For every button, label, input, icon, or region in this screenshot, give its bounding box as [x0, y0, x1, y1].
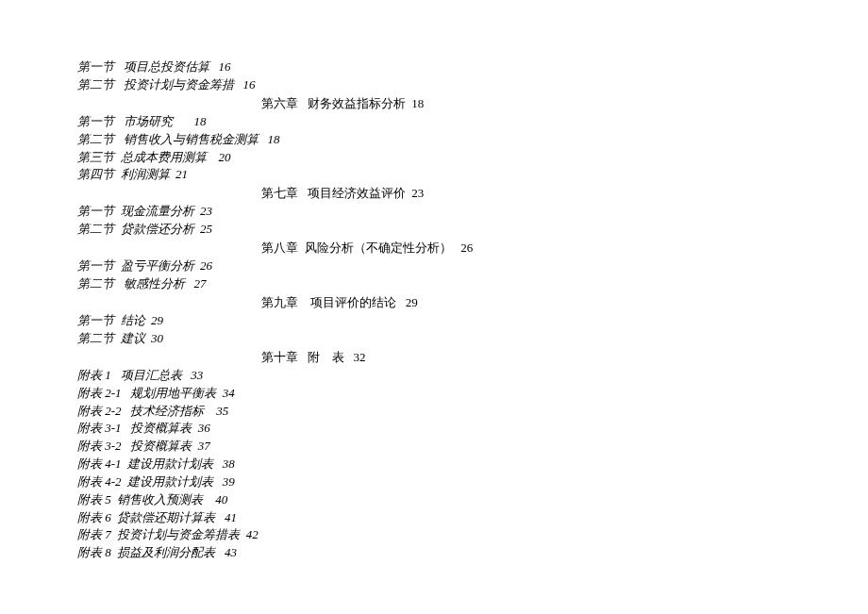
toc-section: 第一节 结论 29: [77, 312, 800, 330]
toc-chapter: 第六章 财务效益指标分析 18: [77, 94, 800, 113]
toc-section: 附表 3-2 投资概算表 37: [77, 438, 800, 456]
toc-section: 附表 3-1 投资概算表 36: [77, 420, 800, 438]
toc-section: 附表 2-1 规划用地平衡表 34: [77, 385, 800, 403]
toc-section: 附表 6 贷款偿还期计算表 41: [77, 509, 800, 527]
toc-section: 第一节 项目总投资估算 16: [77, 58, 800, 76]
toc-section: 附表 8 损益及利润分配表 43: [77, 544, 800, 562]
toc-section: 附表 1 项目汇总表 33: [77, 367, 800, 385]
toc-section: 第三节 总成本费用测算 20: [77, 149, 800, 167]
toc-section: 附表 7 投资计划与资金筹措表 42: [77, 526, 800, 544]
toc-chapter: 第八章 风险分析（不确定性分析） 26: [77, 239, 800, 257]
toc-chapter: 第九章 项目评价的结论 29: [77, 293, 800, 312]
toc-section: 第四节 利润测算 21: [77, 166, 800, 184]
toc-section: 附表 4-1 建设用款计划表 38: [77, 456, 800, 473]
toc-chapter: 第七章 项目经济效益评价 23: [77, 184, 800, 203]
toc-section: 第一节 盈亏平衡分析 26: [77, 257, 800, 275]
toc-chapter: 第十章 附 表 32: [77, 348, 800, 367]
toc-section: 附表 2-2 技术经济指标 35: [77, 403, 800, 421]
toc-section: 第一节 现金流量分析 23: [77, 203, 800, 221]
toc-section: 第二节 投资计划与资金筹措 16: [77, 76, 800, 94]
toc-section: 第二节 贷款偿还分析 25: [77, 221, 800, 239]
toc-section: 第二节 敏感性分析 27: [77, 275, 800, 293]
toc-section: 附表 4-2 建设用款计划表 39: [77, 473, 800, 491]
toc-section: 附表 5 销售收入预测表 40: [77, 491, 800, 509]
toc-section: 第二节 建议 30: [77, 330, 800, 348]
toc-section: 第二节 销售收入与销售税金测算 18: [77, 131, 800, 149]
toc-section: 第一节 市场研究 18: [77, 113, 800, 131]
table-of-contents: 第一节 项目总投资估算 16第二节 投资计划与资金筹措 16第六章 财务效益指标…: [77, 58, 800, 562]
